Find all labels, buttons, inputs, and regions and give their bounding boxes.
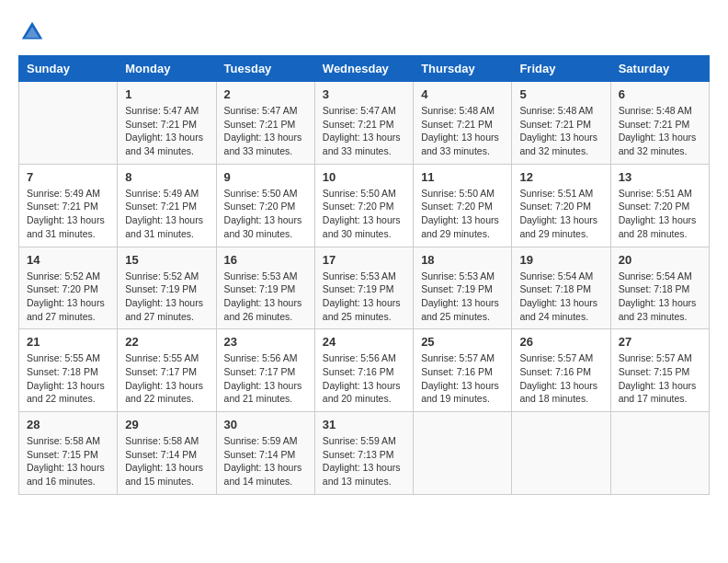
day-cell <box>610 412 709 495</box>
logo-icon <box>18 18 46 46</box>
day-cell: 29Sunrise: 5:58 AM Sunset: 7:14 PM Dayli… <box>118 412 216 495</box>
day-cell: 5Sunrise: 5:48 AM Sunset: 7:21 PM Daylig… <box>512 82 610 165</box>
day-number: 7 <box>27 170 109 184</box>
week-row-4: 21Sunrise: 5:55 AM Sunset: 7:18 PM Dayli… <box>19 329 710 412</box>
day-info: Sunrise: 5:48 AM Sunset: 7:21 PM Dayligh… <box>421 104 504 158</box>
day-info: Sunrise: 5:57 AM Sunset: 7:16 PM Dayligh… <box>421 351 504 406</box>
day-number: 10 <box>323 170 405 184</box>
day-number: 17 <box>323 253 405 267</box>
day-number: 19 <box>519 253 602 267</box>
day-number: 28 <box>27 418 109 431</box>
header-row: SundayMondayTuesdayWednesdayThursdayFrid… <box>19 56 710 82</box>
day-info: Sunrise: 5:47 AM Sunset: 7:21 PM Dayligh… <box>125 104 208 158</box>
day-cell: 18Sunrise: 5:53 AM Sunset: 7:19 PM Dayli… <box>414 247 512 329</box>
day-info: Sunrise: 5:48 AM Sunset: 7:21 PM Dayligh… <box>519 104 602 158</box>
day-number: 25 <box>421 335 504 349</box>
day-info: Sunrise: 5:52 AM Sunset: 7:19 PM Dayligh… <box>125 270 208 324</box>
day-number: 31 <box>323 418 405 431</box>
day-info: Sunrise: 5:56 AM Sunset: 7:17 PM Dayligh… <box>224 351 307 406</box>
day-number: 16 <box>224 253 307 267</box>
day-cell: 6Sunrise: 5:48 AM Sunset: 7:21 PM Daylig… <box>610 82 709 165</box>
day-number: 29 <box>125 418 208 431</box>
day-cell: 24Sunrise: 5:56 AM Sunset: 7:16 PM Dayli… <box>314 329 413 412</box>
day-number: 4 <box>421 87 504 101</box>
day-info: Sunrise: 5:51 AM Sunset: 7:20 PM Dayligh… <box>619 187 701 241</box>
day-cell: 17Sunrise: 5:53 AM Sunset: 7:19 PM Dayli… <box>314 247 413 329</box>
day-info: Sunrise: 5:48 AM Sunset: 7:21 PM Dayligh… <box>619 104 701 158</box>
day-info: Sunrise: 5:49 AM Sunset: 7:21 PM Dayligh… <box>27 187 109 241</box>
day-number: 13 <box>619 170 701 184</box>
week-row-1: 1Sunrise: 5:47 AM Sunset: 7:21 PM Daylig… <box>19 82 710 165</box>
week-row-2: 7Sunrise: 5:49 AM Sunset: 7:21 PM Daylig… <box>19 164 710 247</box>
header-saturday: Saturday <box>610 56 709 82</box>
day-cell: 14Sunrise: 5:52 AM Sunset: 7:20 PM Dayli… <box>19 247 118 329</box>
day-cell <box>512 412 610 495</box>
day-number: 12 <box>519 170 602 184</box>
day-info: Sunrise: 5:52 AM Sunset: 7:20 PM Dayligh… <box>27 270 109 324</box>
day-info: Sunrise: 5:58 AM Sunset: 7:15 PM Dayligh… <box>27 434 109 488</box>
day-info: Sunrise: 5:54 AM Sunset: 7:18 PM Dayligh… <box>519 270 602 324</box>
day-number: 3 <box>323 87 405 101</box>
day-cell: 28Sunrise: 5:58 AM Sunset: 7:15 PM Dayli… <box>19 412 118 495</box>
day-number: 1 <box>125 87 208 101</box>
week-row-5: 28Sunrise: 5:58 AM Sunset: 7:15 PM Dayli… <box>19 412 710 495</box>
day-number: 30 <box>224 418 307 431</box>
day-info: Sunrise: 5:55 AM Sunset: 7:17 PM Dayligh… <box>125 351 208 406</box>
day-cell: 12Sunrise: 5:51 AM Sunset: 7:20 PM Dayli… <box>512 164 610 247</box>
day-number: 11 <box>421 170 504 184</box>
day-cell: 4Sunrise: 5:48 AM Sunset: 7:21 PM Daylig… <box>414 82 512 165</box>
day-cell <box>414 412 512 495</box>
day-cell: 13Sunrise: 5:51 AM Sunset: 7:20 PM Dayli… <box>610 164 709 247</box>
day-number: 21 <box>27 335 109 349</box>
day-number: 8 <box>125 170 208 184</box>
day-number: 2 <box>224 87 307 101</box>
header-wednesday: Wednesday <box>314 56 413 82</box>
day-number: 9 <box>224 170 307 184</box>
day-cell: 22Sunrise: 5:55 AM Sunset: 7:17 PM Dayli… <box>118 329 216 412</box>
day-info: Sunrise: 5:50 AM Sunset: 7:20 PM Dayligh… <box>323 187 405 241</box>
day-number: 24 <box>323 335 405 349</box>
calendar-body: 1Sunrise: 5:47 AM Sunset: 7:21 PM Daylig… <box>19 82 710 495</box>
day-cell: 15Sunrise: 5:52 AM Sunset: 7:19 PM Dayli… <box>118 247 216 329</box>
day-info: Sunrise: 5:54 AM Sunset: 7:18 PM Dayligh… <box>619 270 701 324</box>
day-number: 14 <box>27 253 109 267</box>
day-info: Sunrise: 5:51 AM Sunset: 7:20 PM Dayligh… <box>519 187 602 241</box>
day-info: Sunrise: 5:56 AM Sunset: 7:16 PM Dayligh… <box>323 351 405 406</box>
day-info: Sunrise: 5:59 AM Sunset: 7:14 PM Dayligh… <box>224 434 307 488</box>
header-friday: Friday <box>512 56 610 82</box>
day-cell: 20Sunrise: 5:54 AM Sunset: 7:18 PM Dayli… <box>610 247 709 329</box>
day-info: Sunrise: 5:47 AM Sunset: 7:21 PM Dayligh… <box>323 104 405 158</box>
day-info: Sunrise: 5:53 AM Sunset: 7:19 PM Dayligh… <box>224 270 307 324</box>
calendar-table: SundayMondayTuesdayWednesdayThursdayFrid… <box>18 55 710 495</box>
header-sunday: Sunday <box>19 56 118 82</box>
day-cell: 8Sunrise: 5:49 AM Sunset: 7:21 PM Daylig… <box>118 164 216 247</box>
day-cell: 7Sunrise: 5:49 AM Sunset: 7:21 PM Daylig… <box>19 164 118 247</box>
day-info: Sunrise: 5:58 AM Sunset: 7:14 PM Dayligh… <box>125 434 208 488</box>
day-number: 6 <box>619 87 701 101</box>
header-tuesday: Tuesday <box>216 56 314 82</box>
day-cell: 19Sunrise: 5:54 AM Sunset: 7:18 PM Dayli… <box>512 247 610 329</box>
day-cell: 16Sunrise: 5:53 AM Sunset: 7:19 PM Dayli… <box>216 247 314 329</box>
day-info: Sunrise: 5:57 AM Sunset: 7:15 PM Dayligh… <box>619 351 701 406</box>
day-number: 22 <box>125 335 208 349</box>
day-info: Sunrise: 5:53 AM Sunset: 7:19 PM Dayligh… <box>421 270 504 324</box>
day-cell: 21Sunrise: 5:55 AM Sunset: 7:18 PM Dayli… <box>19 329 118 412</box>
day-cell: 27Sunrise: 5:57 AM Sunset: 7:15 PM Dayli… <box>610 329 709 412</box>
day-info: Sunrise: 5:50 AM Sunset: 7:20 PM Dayligh… <box>421 187 504 241</box>
day-info: Sunrise: 5:55 AM Sunset: 7:18 PM Dayligh… <box>27 351 109 406</box>
day-number: 20 <box>619 253 701 267</box>
day-cell: 10Sunrise: 5:50 AM Sunset: 7:20 PM Dayli… <box>314 164 413 247</box>
day-cell: 23Sunrise: 5:56 AM Sunset: 7:17 PM Dayli… <box>216 329 314 412</box>
day-cell: 3Sunrise: 5:47 AM Sunset: 7:21 PM Daylig… <box>314 82 413 165</box>
day-number: 27 <box>619 335 701 349</box>
day-cell: 1Sunrise: 5:47 AM Sunset: 7:21 PM Daylig… <box>118 82 216 165</box>
day-info: Sunrise: 5:49 AM Sunset: 7:21 PM Dayligh… <box>125 187 208 241</box>
day-cell: 30Sunrise: 5:59 AM Sunset: 7:14 PM Dayli… <box>216 412 314 495</box>
week-row-3: 14Sunrise: 5:52 AM Sunset: 7:20 PM Dayli… <box>19 247 710 329</box>
day-cell: 11Sunrise: 5:50 AM Sunset: 7:20 PM Dayli… <box>414 164 512 247</box>
page-header <box>18 18 710 46</box>
day-number: 23 <box>224 335 307 349</box>
day-info: Sunrise: 5:59 AM Sunset: 7:13 PM Dayligh… <box>323 434 405 488</box>
day-info: Sunrise: 5:47 AM Sunset: 7:21 PM Dayligh… <box>224 104 307 158</box>
day-cell: 25Sunrise: 5:57 AM Sunset: 7:16 PM Dayli… <box>414 329 512 412</box>
